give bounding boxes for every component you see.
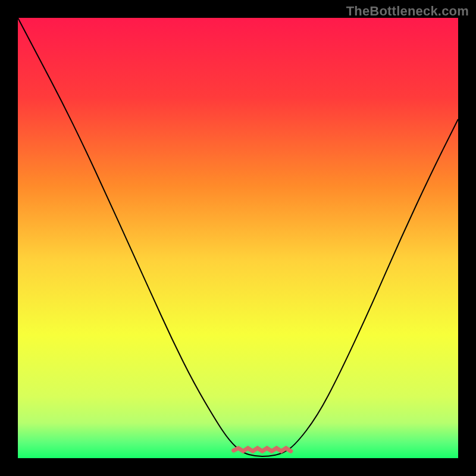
watermark-label: TheBottleneck.com [346, 4, 469, 19]
gradient-background [18, 18, 458, 458]
bottleneck-chart [18, 18, 458, 458]
plot-area [18, 18, 458, 458]
chart-frame: TheBottleneck.com [0, 0, 476, 476]
